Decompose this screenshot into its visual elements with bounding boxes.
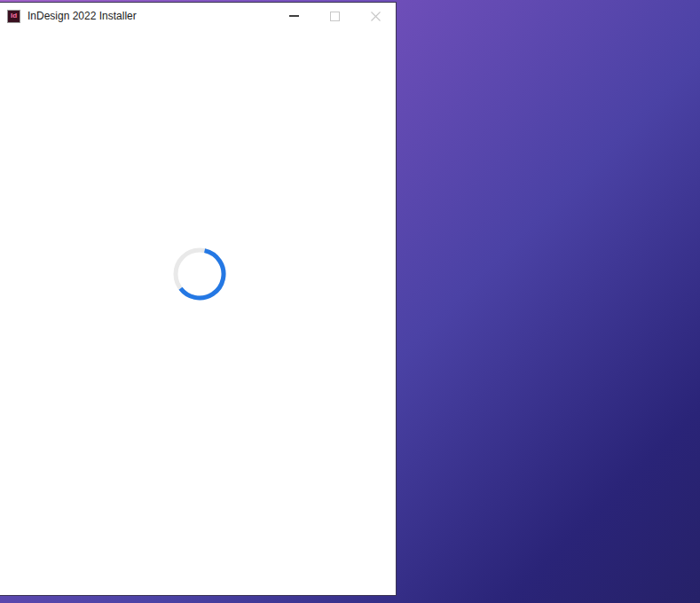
window-title: InDesign 2022 Installer xyxy=(28,10,137,22)
minimize-button[interactable] xyxy=(273,3,314,29)
titlebar[interactable]: Id InDesign 2022 Installer xyxy=(0,3,396,29)
close-button[interactable] xyxy=(355,3,396,29)
minimize-icon xyxy=(289,15,299,17)
maximize-button[interactable] xyxy=(314,3,355,29)
loading-spinner-svg xyxy=(173,247,226,301)
installer-window: Id InDesign 2022 Installer xyxy=(0,2,397,596)
maximize-icon xyxy=(330,12,340,21)
window-controls xyxy=(273,3,396,29)
loading-spinner xyxy=(173,247,226,301)
close-icon xyxy=(371,12,381,21)
indesign-app-icon: Id xyxy=(7,10,20,23)
spinner-progress-arc xyxy=(173,247,226,301)
